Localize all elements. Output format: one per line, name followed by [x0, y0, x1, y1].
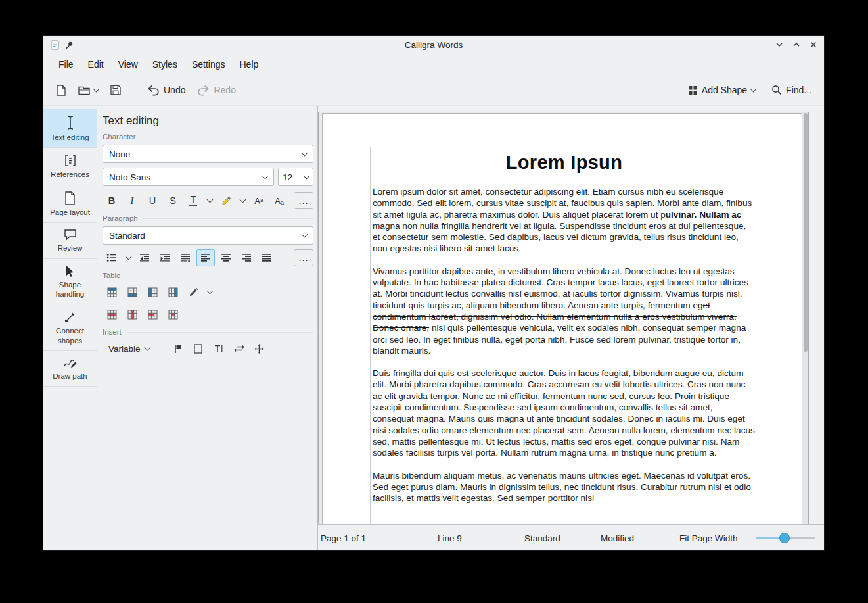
- sidebar-item-draw-path[interactable]: Draw path: [43, 351, 97, 387]
- font-color-icon: T: [189, 195, 197, 207]
- align-right-button[interactable]: [237, 249, 256, 266]
- highlight-color-dropdown[interactable]: [237, 192, 248, 209]
- cursor-arrow-icon: [45, 265, 95, 277]
- more-paragraph-options-button[interactable]: ...: [294, 249, 313, 266]
- zoom-slider-handle[interactable]: [779, 533, 790, 543]
- menubar: File Edit View Styles Settings Help: [43, 54, 824, 75]
- align-center-button[interactable]: [217, 249, 235, 266]
- superscript-button[interactable]: Aᵃ: [250, 192, 268, 209]
- pin-icon[interactable]: [65, 41, 74, 49]
- bookmark-button[interactable]: [169, 340, 187, 357]
- insert-row-above-button[interactable]: [103, 283, 121, 301]
- menu-view[interactable]: View: [111, 56, 145, 73]
- document-canvas[interactable]: Lorem Ipsun Lorem ipsum dolor sit amet, …: [318, 112, 809, 524]
- vertical-scrollbar[interactable]: [802, 112, 808, 524]
- calligra-words-window: Calligra Words File Edit View Styles Set…: [43, 35, 825, 551]
- add-shape-button[interactable]: Add Shape: [683, 82, 760, 99]
- chevron-down-icon: [302, 149, 308, 156]
- paragraph-style-select[interactable]: Standard: [103, 226, 313, 245]
- merge-cells-button[interactable]: [143, 306, 162, 323]
- delete-row-button[interactable]: [103, 306, 121, 323]
- sidebar-item-page-layout[interactable]: Page layout: [43, 185, 97, 223]
- document-title[interactable]: Lorem Ipsun: [373, 152, 756, 174]
- variable-dropdown[interactable]: Variable: [103, 340, 156, 357]
- table-border-pen-button[interactable]: [184, 283, 202, 301]
- page-break-button[interactable]: [189, 340, 208, 357]
- menu-styles[interactable]: Styles: [145, 56, 185, 73]
- titlebar[interactable]: Calligra Words: [43, 36, 824, 54]
- insert-row-below-button[interactable]: [123, 283, 141, 301]
- document-paragraph[interactable]: Duis fringilla dui quis est scelerisque …: [373, 368, 756, 458]
- references-icon: [45, 154, 95, 167]
- font-color-dropdown[interactable]: [204, 192, 215, 209]
- border-style-dropdown[interactable]: [204, 283, 215, 301]
- maximize-button[interactable]: [792, 41, 800, 49]
- menu-settings[interactable]: Settings: [185, 56, 233, 73]
- save-button[interactable]: [106, 82, 126, 99]
- expand-insert-button[interactable]: [250, 340, 269, 357]
- comment-bubble-icon: [45, 229, 95, 241]
- new-document-button[interactable]: [51, 82, 71, 99]
- scrollbar-thumb[interactable]: [804, 113, 808, 352]
- zoom-mode-button[interactable]: Fit Page Width: [679, 533, 738, 543]
- menu-edit[interactable]: Edit: [81, 56, 111, 73]
- sidebar-item-text-editing[interactable]: Text editing: [43, 109, 97, 148]
- document-page[interactable]: Lorem Ipsun Lorem ipsum dolor sit amet, …: [322, 113, 805, 524]
- font-family-select[interactable]: Noto Sans: [103, 168, 274, 186]
- insert-text-button[interactable]: [210, 340, 228, 357]
- menu-file[interactable]: File: [51, 56, 81, 73]
- open-document-button[interactable]: [74, 82, 103, 99]
- table-row-2: [103, 306, 313, 323]
- list-style-dropdown[interactable]: [123, 249, 133, 266]
- close-button[interactable]: [810, 41, 817, 49]
- page-indicator: Page 1 of 1: [321, 533, 366, 543]
- bold-button[interactable]: B: [103, 192, 121, 209]
- find-button[interactable]: Find...: [767, 82, 816, 99]
- align-justify-button[interactable]: [258, 249, 276, 266]
- align-left-button[interactable]: [196, 249, 215, 266]
- sidebar-item-shape-handling[interactable]: Shape handling: [43, 259, 97, 305]
- chevron-down-icon: [93, 85, 100, 92]
- insert-column-left-button[interactable]: [143, 283, 162, 301]
- minimize-button[interactable]: [775, 41, 783, 49]
- sidebar-item-connect-shapes[interactable]: Connect shapes: [43, 304, 97, 351]
- zoom-slider[interactable]: [756, 525, 815, 550]
- undo-button[interactable]: Undo: [143, 82, 190, 99]
- redo-button[interactable]: Redo: [193, 82, 240, 99]
- style-indicator[interactable]: Standard: [524, 533, 560, 543]
- underline-button[interactable]: U: [143, 192, 162, 209]
- sidebar-item-label: Shape handling: [56, 281, 84, 298]
- insert-section-header: Insert: [103, 328, 313, 336]
- document-paragraph[interactable]: Mauris bibendum aliquam metus, ac venena…: [373, 470, 756, 504]
- text-direction-button[interactable]: [176, 249, 194, 266]
- increase-indent-button[interactable]: [156, 249, 174, 266]
- modified-indicator: Modified: [601, 533, 634, 543]
- character-style-value: None: [109, 149, 130, 159]
- divider: [126, 276, 314, 276]
- swap-direction-button[interactable]: [230, 340, 248, 357]
- italic-button[interactable]: I: [123, 192, 141, 209]
- undo-label: Undo: [164, 85, 185, 95]
- strikethrough-button[interactable]: S: [164, 192, 182, 209]
- menu-help[interactable]: Help: [233, 56, 266, 73]
- highlight-color-button[interactable]: [217, 192, 235, 209]
- text-frame[interactable]: Lorem Ipsun Lorem ipsum dolor sit amet, …: [370, 147, 758, 524]
- sidebar-item-references[interactable]: References: [43, 148, 97, 185]
- document-paragraph[interactable]: Lorem ipsum dolor sit amet, consectetur …: [373, 186, 756, 254]
- sidebar-item-review[interactable]: Review: [43, 223, 97, 258]
- decrease-indent-button[interactable]: [135, 249, 154, 266]
- font-color-button[interactable]: T: [184, 192, 202, 209]
- font-size-value: 12: [283, 172, 292, 182]
- document-paragraph[interactable]: Vivamus porttitor dapibus ante, in vesti…: [373, 266, 756, 356]
- delete-column-button[interactable]: [123, 306, 141, 323]
- font-size-select[interactable]: 12: [278, 168, 313, 186]
- subscript-button[interactable]: Aₐ: [270, 192, 288, 209]
- list-style-button[interactable]: [103, 249, 121, 266]
- divider: [141, 137, 314, 137]
- more-character-options-button[interactable]: ...: [294, 192, 313, 209]
- character-style-select[interactable]: None: [103, 145, 313, 163]
- document-body[interactable]: Lorem ipsum dolor sit amet, consectetur …: [373, 186, 756, 504]
- redo-label: Redo: [214, 85, 235, 95]
- insert-column-right-button[interactable]: [164, 283, 182, 301]
- split-cells-button[interactable]: [164, 306, 182, 323]
